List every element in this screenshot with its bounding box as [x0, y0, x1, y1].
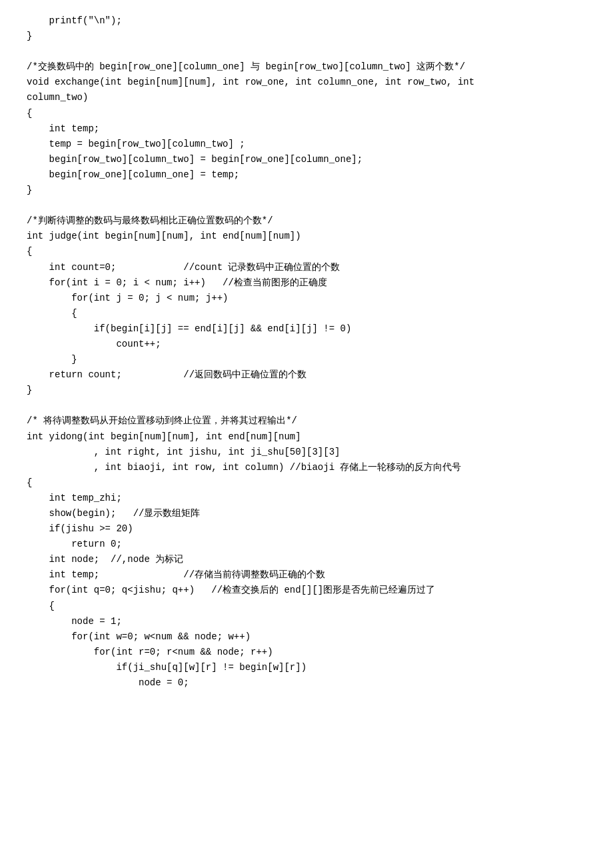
code-content: printf("\n"); } /*交换数码中的 begin[row_one][…	[27, 13, 586, 691]
